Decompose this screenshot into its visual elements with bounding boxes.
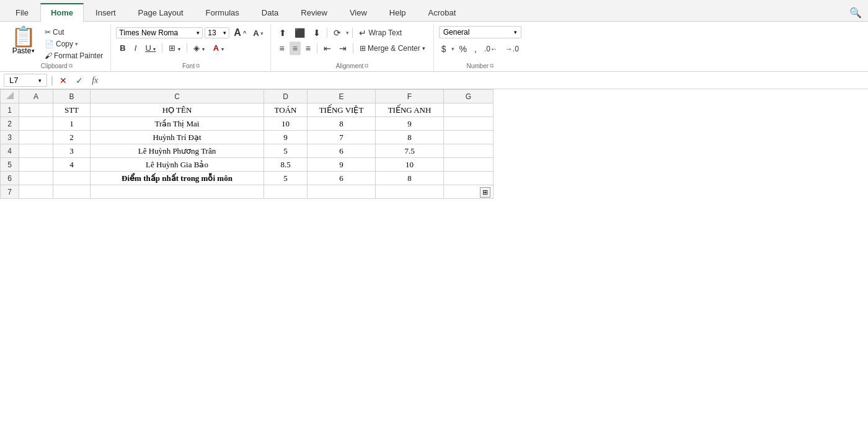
percent-button[interactable]: % bbox=[457, 43, 469, 55]
cell-d7[interactable] bbox=[264, 185, 308, 199]
tab-formulas[interactable]: Formulas bbox=[195, 4, 250, 21]
cell-e2[interactable]: 8 bbox=[308, 117, 376, 131]
tab-review[interactable]: Review bbox=[290, 4, 338, 21]
font-size-select[interactable]: 13 ▾ bbox=[205, 27, 229, 38]
cell-a2[interactable] bbox=[19, 117, 53, 131]
formula-input[interactable] bbox=[104, 74, 864, 86]
cell-e6[interactable]: 6 bbox=[308, 172, 376, 185]
cell-c3[interactable]: Huỳnh Trí Đạt bbox=[91, 131, 264, 144]
decrease-indent-button[interactable]: ⇤ bbox=[321, 42, 334, 55]
cell-e4[interactable]: 6 bbox=[308, 144, 376, 158]
increase-decimal-button[interactable]: →.0 bbox=[503, 43, 521, 55]
col-header-g[interactable]: G bbox=[444, 90, 494, 103]
copy-button[interactable]: 📄 Copy ▾ bbox=[42, 38, 81, 50]
font-grow-button[interactable]: A^ bbox=[231, 26, 249, 40]
search-icon[interactable]: 🔍 bbox=[843, 4, 868, 21]
cell-c5[interactable]: Lê Huỳnh Gia Bảo bbox=[91, 158, 264, 172]
cell-g6[interactable] bbox=[444, 172, 494, 185]
clipboard-launcher-icon[interactable]: ⧉ bbox=[69, 63, 73, 69]
font-color-button[interactable]: A ▾ bbox=[210, 42, 228, 55]
cell-a6[interactable] bbox=[19, 172, 53, 185]
cut-button[interactable]: ✂ Cut bbox=[42, 27, 67, 38]
tab-insert[interactable]: Insert bbox=[85, 4, 126, 21]
cell-f7[interactable] bbox=[376, 185, 444, 199]
cell-g1[interactable] bbox=[444, 103, 494, 117]
bold-button[interactable]: B bbox=[116, 42, 129, 55]
cell-d5[interactable]: 8.5 bbox=[264, 158, 308, 172]
col-header-f[interactable]: F bbox=[376, 90, 444, 103]
italic-button[interactable]: I bbox=[131, 42, 141, 55]
confirm-formula-icon[interactable]: ✓ bbox=[73, 76, 86, 86]
align-bottom-button[interactable]: ⬇ bbox=[310, 26, 324, 40]
cell-e3[interactable]: 7 bbox=[308, 131, 376, 144]
col-header-e[interactable]: E bbox=[308, 90, 376, 103]
cell-a5[interactable] bbox=[19, 158, 53, 172]
font-family-select[interactable]: Times New Roma ▾ bbox=[116, 27, 203, 38]
row-header-4[interactable]: 4 bbox=[1, 144, 19, 158]
font-shrink-button[interactable]: Av bbox=[250, 27, 265, 39]
cell-g3[interactable] bbox=[444, 131, 494, 144]
align-top-button[interactable]: ⬆ bbox=[276, 26, 290, 40]
tab-view[interactable]: View bbox=[339, 4, 378, 21]
font-launcher-icon[interactable]: ⧉ bbox=[196, 63, 200, 69]
cell-c7[interactable] bbox=[91, 185, 264, 199]
cell-b1[interactable]: STT bbox=[53, 103, 91, 117]
increase-indent-button[interactable]: ⇥ bbox=[336, 42, 350, 55]
cell-c2[interactable]: Trần Thị Mai bbox=[91, 117, 264, 131]
cell-d2[interactable]: 10 bbox=[264, 117, 308, 131]
col-header-a[interactable]: A bbox=[19, 90, 53, 103]
number-launcher-icon[interactable]: ⧉ bbox=[490, 63, 494, 69]
col-header-b[interactable]: B bbox=[53, 90, 91, 103]
cell-a1[interactable] bbox=[19, 103, 53, 117]
align-middle-button[interactable]: ⬛ bbox=[291, 26, 308, 40]
cell-reference-box[interactable]: L7 ▾ bbox=[4, 74, 47, 87]
paste-button[interactable]: 📋 Paste ▾ bbox=[7, 24, 40, 61]
row-header-6[interactable]: 6 bbox=[1, 172, 19, 185]
row-header-1[interactable]: 1 bbox=[1, 103, 19, 117]
merge-center-button[interactable]: ⊞ Merge & Center ▾ bbox=[356, 42, 428, 55]
fx-icon[interactable]: fx bbox=[89, 76, 100, 86]
cell-d3[interactable]: 9 bbox=[264, 131, 308, 144]
cell-b2[interactable]: 1 bbox=[53, 117, 91, 131]
align-left-button[interactable]: ≡ bbox=[276, 42, 287, 55]
quick-access-icon[interactable]: ⊞ bbox=[480, 187, 490, 198]
cell-c6[interactable]: Điểm thấp nhất trong mỗi môn bbox=[91, 172, 264, 185]
cell-e7[interactable] bbox=[308, 185, 376, 199]
wrap-text-button[interactable]: ↵ Wrap Text bbox=[356, 26, 405, 40]
decrease-decimal-button[interactable]: .0← bbox=[482, 43, 500, 55]
cell-c1[interactable]: HỌ TÊN bbox=[91, 103, 264, 117]
tab-home[interactable]: Home bbox=[40, 3, 84, 22]
cell-g5[interactable] bbox=[444, 158, 494, 172]
cell-f3[interactable]: 8 bbox=[376, 131, 444, 144]
alignment-launcher-icon[interactable]: ⧉ bbox=[365, 63, 368, 69]
cell-d4[interactable]: 5 bbox=[264, 144, 308, 158]
cell-d1[interactable]: TOÁN bbox=[264, 103, 308, 117]
tab-page-layout[interactable]: Page Layout bbox=[128, 4, 194, 21]
cell-a3[interactable] bbox=[19, 131, 53, 144]
highlight-button[interactable]: ◈ ▾ bbox=[190, 42, 208, 55]
cell-f2[interactable]: 9 bbox=[376, 117, 444, 131]
text-rotate-button[interactable]: ⟳ bbox=[330, 26, 344, 40]
number-format-select[interactable]: General ▾ bbox=[439, 26, 521, 38]
cell-a4[interactable] bbox=[19, 144, 53, 158]
cell-b3[interactable]: 2 bbox=[53, 131, 91, 144]
cancel-formula-icon[interactable]: ✕ bbox=[57, 76, 69, 86]
cell-b5[interactable]: 4 bbox=[53, 158, 91, 172]
tab-help[interactable]: Help bbox=[379, 4, 417, 21]
col-header-c[interactable]: C bbox=[91, 90, 264, 103]
align-right-button[interactable]: ≡ bbox=[303, 42, 314, 55]
align-center-button[interactable]: ≡ bbox=[290, 42, 301, 55]
cell-g2[interactable] bbox=[444, 117, 494, 131]
underline-button[interactable]: U ▾ bbox=[141, 42, 159, 55]
tab-acrobat[interactable]: Acrobat bbox=[418, 4, 467, 21]
cell-g7[interactable]: ⊞ bbox=[444, 185, 494, 199]
tab-data[interactable]: Data bbox=[251, 4, 289, 21]
cell-c4[interactable]: Lê Huỳnh Phương Trân bbox=[91, 144, 264, 158]
cell-f6[interactable]: 8 bbox=[376, 172, 444, 185]
row-header-5[interactable]: 5 bbox=[1, 158, 19, 172]
format-painter-button[interactable]: 🖌 Format Painter bbox=[42, 50, 105, 61]
cell-a7[interactable] bbox=[19, 185, 53, 199]
cell-b6[interactable] bbox=[53, 172, 91, 185]
row-header-7[interactable]: 7 bbox=[1, 185, 19, 199]
cell-b4[interactable]: 3 bbox=[53, 144, 91, 158]
